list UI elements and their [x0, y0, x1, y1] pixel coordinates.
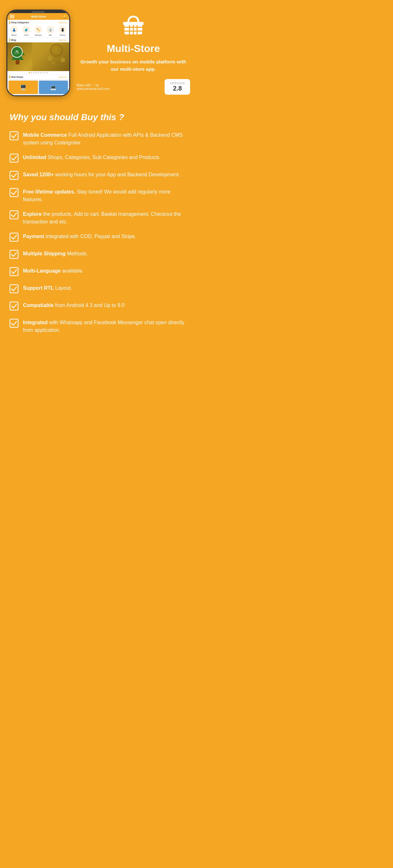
feature-item-6: Multiple Shipping Methods.: [9, 250, 187, 260]
discount-badge: 40 % OFF: [11, 46, 23, 58]
check-icon-10: [9, 319, 19, 329]
check-icon-7: [9, 267, 19, 277]
phone-top-bar: Multi-Store 🔔: [7, 13, 69, 20]
feature-item-2: Saved 1200+ working hours for your App a…: [9, 171, 187, 181]
feature-item-0: Mobile Commerce Full Android Application…: [9, 131, 187, 147]
phone-store-title: Multi-Store: [31, 15, 46, 18]
phone-shop-categories-header: Shop Categories VIEW ALL: [7, 20, 69, 25]
feature-text-9: Compatiable from Android 4.3 and Up to 9…: [23, 302, 124, 309]
feature-item-9: Compatiable from Android 4.3 and Up to 9…: [9, 302, 187, 312]
svg-rect-2: [16, 60, 20, 64]
features-list: Mobile Commerce Full Android Application…: [9, 131, 187, 334]
feature-item-1: Unlimited Shops, Categories, Sub Categor…: [9, 154, 187, 164]
right-section: Multi-Store Growth your business on mobi…: [77, 9, 190, 95]
category-travel-icon: 🧳: [22, 26, 30, 33]
feature-text-5: Payment integrated with COD, Paypal and …: [23, 233, 136, 240]
feature-item-5: Payment integrated with COD, Paypal and …: [9, 233, 187, 243]
category-women: 👗 Women: [10, 26, 18, 36]
category-men-icon: 👔: [47, 26, 54, 33]
feature-text-0: Mobile Commerce Full Android Application…: [23, 131, 187, 147]
category-women-icon: 👗: [10, 26, 18, 33]
feature-text-6: Multiple Shipping Methods.: [23, 250, 88, 257]
check-icon-1: [9, 154, 19, 164]
feature-text-1: Unlimited Shops, Categories, Sub Categor…: [23, 154, 161, 161]
feature-item-10: Integrated with Whatsapp and Facebook Me…: [9, 319, 187, 334]
made-with-text: Make with ♡ by www.panacea-soft.com: [77, 84, 109, 91]
phone-notch-bar: [7, 10, 69, 13]
dot-7: [42, 72, 44, 73]
phone-mockup: Multi-Store 🔔 Shop Categories VIEW ALL 👗…: [6, 9, 70, 96]
hamburger-icon: [10, 15, 15, 18]
category-phones-label: Phones: [60, 34, 65, 36]
dot-3: [33, 72, 34, 73]
svg-point-5: [48, 56, 53, 61]
phone-screen: Multi-Store 🔔 Shop Categories VIEW ALL 👗…: [7, 13, 69, 95]
dot-6: [40, 72, 41, 73]
dot-9: [47, 72, 48, 73]
check-icon-0: [9, 131, 19, 142]
feature-item-8: Support RTL Layout.: [9, 284, 187, 294]
category-men-label: Men: [49, 34, 52, 36]
category-women-label: Women: [11, 34, 17, 36]
category-phones: 📱 Phones: [59, 26, 66, 36]
phone-notch: [32, 11, 45, 13]
shop-categories-title: Shop Categories: [9, 21, 29, 24]
discount-off: % OFF: [15, 52, 20, 54]
shop-item-1: 🖥️: [9, 81, 38, 94]
dot-4: [35, 72, 37, 73]
app-subtitle: Growth your business on mobile platform …: [77, 58, 190, 73]
shop-categories-view-all: VIEW ALL: [59, 22, 67, 24]
category-men: 👔 Men: [47, 26, 54, 36]
check-icon-3: [9, 188, 19, 198]
shop-item-2: 💻: [39, 81, 68, 94]
svg-point-3: [51, 44, 62, 56]
phone-shops-grid: 🖥️ 💻: [7, 80, 69, 95]
phone-blog-view-all: VIEW ALL: [59, 39, 67, 41]
monitor-icon-2: 💻: [50, 85, 56, 91]
monitor-icon-1: 🖥️: [20, 85, 26, 91]
check-icon-6: [9, 250, 19, 260]
phone-new-shops-title: New Shops: [9, 75, 23, 79]
bottom-info-row: Make with ♡ by www.panacea-soft.com VERS…: [77, 79, 190, 95]
dot-2: [31, 72, 32, 73]
category-stationery: ✏️ Stationery: [34, 26, 42, 36]
why-heading: Why you should Buy this ?: [9, 112, 187, 122]
phone-new-shops-view-all: VIEW ALL: [59, 76, 67, 78]
svg-point-6: [61, 58, 65, 62]
phone-banner: 40 % OFF: [7, 42, 69, 71]
feature-item-4: Explore the products, Add to cart, Baske…: [9, 210, 187, 226]
category-phones-icon: 📱: [59, 26, 66, 33]
check-icon-2: [9, 171, 19, 181]
bottom-section: Why you should Buy this ? Mobile Commerc…: [0, 103, 196, 347]
feature-text-4: Explore the products, Add to cart, Baske…: [23, 210, 187, 226]
feature-text-3: Free lifetime updates. Stay tuned! We wo…: [23, 188, 187, 204]
version-badge: VERSION 2.8: [165, 79, 190, 95]
check-icon-9: [9, 302, 19, 312]
feature-text-7: Multi-Language available.: [23, 267, 84, 275]
feature-item-7: Multi-Language available.: [9, 267, 187, 277]
made-with-line1: Make with ♡ by: [77, 84, 99, 87]
phone-categories-row: 👗 Women 🧳 Travel ✏️ Stationery 👔 Men 📱: [7, 25, 69, 37]
category-stationery-label: Stationery: [35, 34, 42, 36]
made-with-url: www.panacea-soft.com: [77, 87, 109, 91]
phone-new-shops-header: New Shops VIEW ALL: [7, 74, 69, 80]
phone-blog-title: Blog: [9, 38, 16, 41]
check-icon-5: [9, 233, 19, 243]
app-title: Multi-Store: [107, 43, 160, 55]
category-travel: 🧳 Travel: [22, 26, 30, 36]
svg-rect-14: [123, 22, 144, 25]
phone-blog-header: Blog VIEW ALL: [7, 37, 69, 42]
basket-icon: [120, 13, 146, 38]
feature-item-3: Free lifetime updates. Stay tuned! We wo…: [9, 188, 187, 204]
check-icon-8: [9, 284, 19, 294]
category-travel-label: Travel: [24, 34, 28, 36]
version-number: 2.8: [173, 85, 182, 92]
feature-text-10: Integrated with Whatsapp and Facebook Me…: [23, 319, 187, 334]
dot-8: [44, 72, 46, 73]
banner-decoration: [45, 44, 67, 69]
phone-dots: [7, 71, 69, 74]
dot-1: [29, 72, 30, 73]
check-icon-4: [9, 210, 19, 221]
svg-point-4: [53, 47, 60, 54]
basket-icon-container: [120, 13, 146, 39]
